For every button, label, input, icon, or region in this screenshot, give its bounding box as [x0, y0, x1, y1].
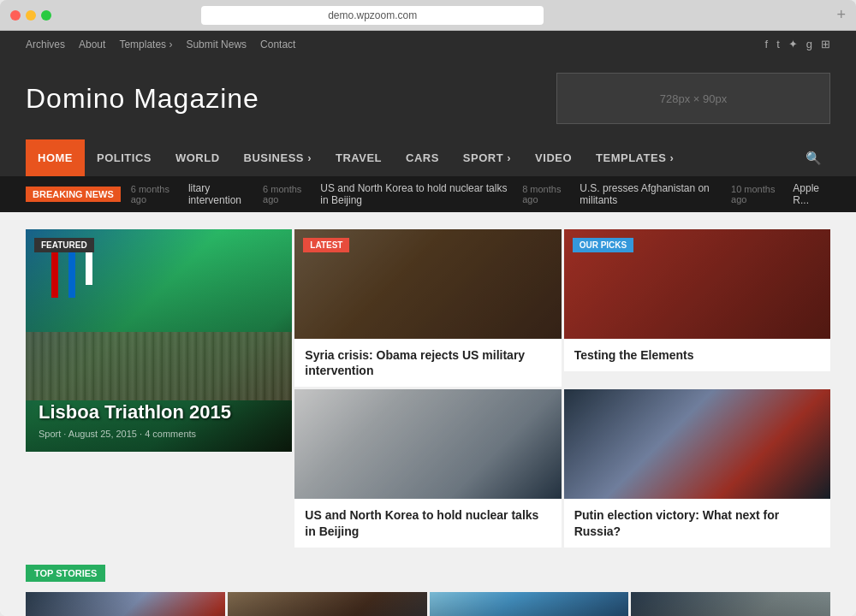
nav-sport[interactable]: SPORT › [451, 139, 523, 176]
latest-content: Syria crisis: Obama rejects US military … [294, 339, 561, 387]
latest-label: LATEST [303, 238, 349, 252]
minimize-button[interactable] [26, 10, 36, 21]
nav-business[interactable]: BUSINESS › [232, 139, 324, 176]
instagram-icon[interactable]: ✦ [788, 38, 798, 50]
search-icon[interactable]: 🔍 [797, 142, 830, 175]
story-whitehouse-image [294, 389, 561, 499]
header-ad: 728px × 90px [556, 73, 830, 124]
address-bar[interactable]: demo.wpzoom.com [201, 6, 544, 25]
story-card-4-image: Apple Reports Record Earnings and iPad S… [631, 592, 830, 616]
breaking-news-label: BREAKING NEWS [26, 187, 121, 202]
story-card-2-image: A post showing how headings looks like [228, 592, 427, 616]
featured-image: FEATURED Lisboa Triathlon 2015 Sport · A… [26, 229, 292, 452]
story-card-3-overlay [430, 592, 629, 616]
browser-window: demo.wpzoom.com + Archives About Templat… [0, 0, 856, 616]
new-tab-button[interactable]: + [836, 6, 846, 24]
story-card-3-image: Take a sneak peak inside Apple's gorgeou… [430, 592, 629, 616]
story-card-2-overlay [228, 592, 427, 616]
site-wrapper: Archives About Templates › Submit News C… [0, 31, 856, 616]
contact-link[interactable]: Contact [260, 38, 295, 50]
facebook-icon[interactable]: f [765, 38, 769, 50]
breaking-text-2[interactable]: US and North Korea to hold nuclear talks… [320, 182, 512, 206]
featured-block[interactable]: FEATURED Lisboa Triathlon 2015 Sport · A… [26, 229, 292, 548]
breaking-text-3[interactable]: U.S. presses Afghanistan on militants [580, 182, 721, 206]
browser-buttons [10, 10, 51, 21]
our-picks-image: OUR PICKS [564, 229, 830, 339]
story-card-1-overlay [26, 592, 225, 616]
about-link[interactable]: About [79, 38, 105, 50]
featured-meta: Sport · August 25, 2015 · 4 comments [39, 429, 279, 439]
url-text: demo.wpzoom.com [328, 9, 417, 21]
latest-image: LATEST [294, 229, 561, 339]
story-russia-title: Putin election victory: What next for Ru… [574, 507, 820, 538]
rss-icon[interactable]: ⊞ [821, 38, 830, 50]
breaking-time-3: 8 months ago [522, 184, 569, 204]
story-russia-content: Putin election victory: What next for Ru… [564, 499, 830, 547]
featured-content: Lisboa Triathlon 2015 Sport · August 25,… [26, 388, 292, 452]
breaking-text-4[interactable]: Apple R... [793, 182, 830, 206]
main-nav: HOME POLITICS WORLD BUSINESS › TRAVEL CA… [0, 139, 856, 176]
site-title: Domino Magazine [26, 83, 259, 115]
story-russia[interactable]: Putin election victory: What next for Ru… [564, 389, 830, 547]
our-picks-block[interactable]: OUR PICKS Testing the Elements [564, 229, 830, 387]
nav-world[interactable]: WORLD [163, 139, 232, 176]
top-stories-header: TOP STORIES [26, 565, 830, 582]
nav-travel[interactable]: TRAVEL [324, 139, 394, 176]
top-nav-links: Archives About Templates › Submit News C… [26, 38, 295, 50]
story-card-4-overlay [631, 592, 830, 616]
featured-label: FEATURED [34, 238, 94, 252]
nav-politics[interactable]: POLITICS [85, 139, 163, 176]
archives-link[interactable]: Archives [26, 38, 65, 50]
featured-title: Lisboa Triathlon 2015 [39, 401, 279, 424]
templates-link[interactable]: Templates › [119, 38, 172, 50]
social-icons: f t ✦ g ⊞ [765, 38, 830, 50]
breaking-time-2: 6 months ago [263, 184, 310, 204]
breaking-time-1: 6 months ago [131, 184, 178, 204]
stories-carousel: ‹ Putin election victory: What next for … [26, 592, 830, 616]
our-picks-content: Testing the Elements [564, 339, 830, 371]
browser-titlebar: demo.wpzoom.com + [0, 0, 856, 31]
story-card-1-image: Putin election victory: What next for Ru… [26, 592, 225, 616]
latest-block[interactable]: LATEST Syria crisis: Obama rejects US mi… [294, 229, 561, 387]
nav-home[interactable]: HOME [26, 139, 85, 176]
nav-templates[interactable]: TEMPLATES › [584, 139, 686, 176]
site-header: Domino Magazine 728px × 90px [0, 57, 856, 139]
latest-title: Syria crisis: Obama rejects US military … [305, 347, 550, 378]
story-card-1[interactable]: Putin election victory: What next for Ru… [26, 592, 225, 616]
top-stories-section: TOP STORIES ‹ Putin election victory: Wh… [26, 565, 830, 616]
story-russia-image [564, 389, 830, 499]
our-picks-title: Testing the Elements [574, 347, 820, 363]
breaking-time-4: 10 months ago [731, 184, 782, 204]
story-card-2[interactable]: A post showing how headings looks like [228, 592, 427, 616]
googleplus-icon[interactable]: g [806, 38, 812, 50]
story-whitehouse-content: US and North Korea to hold nuclear talks… [294, 499, 561, 547]
our-picks-label: OUR PICKS [573, 238, 634, 252]
twitter-icon[interactable]: t [776, 38, 780, 50]
content-grid: FEATURED Lisboa Triathlon 2015 Sport · A… [26, 229, 830, 548]
story-card-3[interactable]: Take a sneak peak inside Apple's gorgeou… [430, 592, 629, 616]
top-nav: Archives About Templates › Submit News C… [0, 31, 856, 57]
nav-cars[interactable]: CARS [394, 139, 451, 176]
story-whitehouse-title: US and North Korea to hold nuclear talks… [305, 507, 550, 538]
maximize-button[interactable] [41, 10, 51, 21]
main-content: FEATURED Lisboa Triathlon 2015 Sport · A… [0, 212, 856, 616]
submit-news-link[interactable]: Submit News [186, 38, 247, 50]
flag-1 [51, 246, 58, 298]
story-whitehouse[interactable]: US and North Korea to hold nuclear talks… [294, 389, 561, 547]
close-button[interactable] [10, 10, 21, 21]
nav-items: HOME POLITICS WORLD BUSINESS › TRAVEL CA… [26, 139, 686, 176]
top-stories-label: TOP STORIES [26, 565, 105, 582]
breaking-text-1[interactable]: litary intervention [188, 182, 253, 206]
breaking-news-bar: BREAKING NEWS 6 months ago litary interv… [0, 176, 856, 212]
story-card-4[interactable]: Apple Reports Record Earnings and iPad S… [631, 592, 830, 616]
nav-video[interactable]: VIDEO [523, 139, 584, 176]
